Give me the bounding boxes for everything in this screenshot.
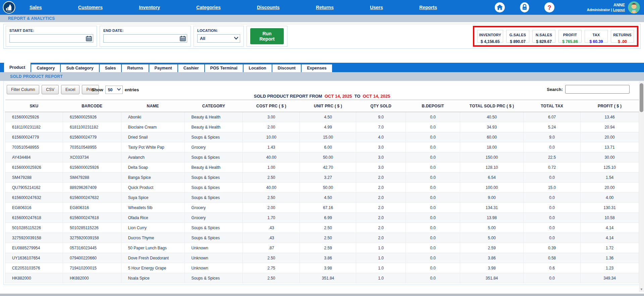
- cell-qty-sold: 4.0: [356, 132, 406, 142]
- table-row[interactable]: 3275920039158 3275920039158 Ducros Thyme…: [5, 233, 639, 243]
- calendar-icon[interactable]: [86, 36, 92, 41]
- summary-card: INVENTORY $ 4,156.65: [477, 30, 503, 43]
- cell-total-tax: 6.07: [524, 112, 581, 122]
- cell-total-sold: 13.98: [460, 213, 524, 223]
- export-button[interactable]: Excel: [61, 85, 79, 94]
- tab[interactable]: Discount: [272, 64, 301, 72]
- table-row[interactable]: EG806316 EG806316 Wheatlets 5lb Grocery …: [5, 203, 639, 213]
- avatar[interactable]: [628, 1, 640, 13]
- table-row[interactable]: 615600024779 615600024779 Dried Snail So…: [5, 132, 639, 142]
- tab[interactable]: Product: [4, 63, 31, 72]
- tab[interactable]: Sub Category: [61, 64, 99, 72]
- page-size-select[interactable]: 50: [105, 86, 123, 94]
- cell-profit: 4.00: [581, 193, 639, 203]
- table-row[interactable]: 6156000247618 6156000247618 Ofada Rice G…: [5, 213, 639, 223]
- cell-barcode: 889296267409: [63, 183, 121, 193]
- table-row[interactable]: SM479288 SM479288 Banga Spice Soups & Sp…: [5, 172, 639, 183]
- tab[interactable]: Payment: [149, 64, 177, 72]
- summary-card-value: $ 829.67: [534, 39, 553, 44]
- table-row[interactable]: HK882000 HK882000 Nsala Spice Soups & Sp…: [5, 273, 639, 283]
- cell-barcode: 615600024779: [63, 132, 121, 142]
- help-icon[interactable]: ?: [544, 2, 554, 12]
- cell-cost-price: 1.00: [243, 162, 300, 172]
- table-row[interactable]: 6156000247632 6156000247632 Suya Spice S…: [5, 193, 639, 203]
- table-row[interactable]: 5010285115226 5010285115226 Lion Curry S…: [5, 223, 639, 233]
- table-row[interactable]: 6156000025926 6156000025926 Delta Soap B…: [5, 162, 639, 172]
- cell-sku: 6156000247632: [5, 193, 63, 203]
- table-row[interactable]: EU0885279954 057316023445 50 Paper Lunch…: [5, 243, 639, 253]
- logout-link[interactable]: Logout: [613, 8, 625, 12]
- calendar-icon[interactable]: [180, 36, 186, 41]
- column-header[interactable]: B.DEPOSIT: [406, 100, 460, 112]
- nav-link[interactable]: Customers: [78, 5, 103, 10]
- column-header[interactable]: TOTAL SOLD PRC ( $ ): [460, 100, 524, 112]
- table-row[interactable]: QU7905214162 889296267409 Quick Product …: [5, 183, 639, 193]
- tab[interactable]: Expenses: [302, 64, 332, 72]
- end-date-input[interactable]: [103, 34, 187, 43]
- cell-profit: 1.23: [581, 263, 639, 273]
- cell-category: Unknown: [184, 243, 243, 253]
- column-header[interactable]: CATEGORY: [184, 100, 243, 112]
- tab[interactable]: Returns: [122, 64, 148, 72]
- cell-total-sold: 150.00: [460, 152, 524, 162]
- cell-name: Delta Soap: [121, 162, 184, 172]
- column-header[interactable]: PROFIT ( $ ): [581, 100, 639, 112]
- column-header[interactable]: TOTAL TAX: [524, 100, 581, 112]
- user-role: Administrator: [587, 8, 610, 12]
- export-button[interactable]: CSV: [42, 85, 59, 94]
- tab[interactable]: Sales: [100, 64, 121, 72]
- summary-card-label: RETURNS: [613, 33, 632, 37]
- cell-category: Grocery: [184, 203, 243, 213]
- export-button[interactable]: Filter Column: [7, 85, 39, 94]
- cell-cost-price: .43: [243, 223, 300, 233]
- cell-category: Soups & Spices: [184, 172, 243, 183]
- table-row[interactable]: CE2053103576 719410200015 5 Hour Energy …: [5, 263, 639, 273]
- tab[interactable]: Cashier: [178, 64, 204, 72]
- table-row[interactable]: AY434484 XC033734 Avalanch Soups & Spice…: [5, 152, 639, 162]
- cell-category: Beauty & Health: [184, 162, 243, 172]
- tab[interactable]: POS Terminal: [205, 64, 243, 72]
- cell-unit-price: 4.99: [300, 122, 356, 132]
- nav-link[interactable]: Reports: [419, 5, 437, 10]
- cell-bdeposit: 0.0: [406, 183, 460, 193]
- nav-link[interactable]: Returns: [316, 5, 334, 10]
- column-header[interactable]: SKU: [5, 100, 63, 112]
- table-row[interactable]: 615600025926 615600025926 Aboniki Beauty…: [5, 112, 639, 122]
- column-header[interactable]: QTY SOLD: [356, 100, 406, 112]
- cell-barcode: 057316023445: [63, 243, 121, 253]
- cell-qty-sold: 1.0: [356, 263, 406, 273]
- start-date-input[interactable]: [9, 34, 93, 43]
- location-select[interactable]: All: [197, 34, 240, 43]
- search-input[interactable]: [565, 85, 630, 94]
- run-report-button[interactable]: Run Report: [250, 28, 284, 44]
- scrollbar-thumb[interactable]: [640, 83, 643, 112]
- scroll-down-icon[interactable]: ▼: [640, 287, 643, 291]
- table-row[interactable]: 6181100231182 6181100231182 Bioclaire Cr…: [5, 122, 639, 132]
- cell-bdeposit: 0.0: [406, 112, 460, 122]
- table-row[interactable]: UY1636107654 079400220660 Dove Fresh Deo…: [5, 253, 639, 263]
- main-nav: SalesCustomersInventoryCategoriesDiscoun…: [30, 5, 437, 10]
- nav-link[interactable]: Inventory: [139, 5, 160, 10]
- nav-link[interactable]: Users: [370, 5, 383, 10]
- lock-icon[interactable]: [520, 2, 530, 12]
- cell-qty-sold: 2.0: [356, 233, 406, 243]
- home-icon[interactable]: [495, 2, 505, 12]
- cell-name: Aboniki: [121, 112, 184, 122]
- cell-barcode: 719410200015: [63, 263, 121, 273]
- column-header[interactable]: NAME: [121, 100, 184, 112]
- column-header[interactable]: UNIT PRC ( $ ): [300, 100, 356, 112]
- tab[interactable]: Location: [244, 64, 272, 72]
- cell-sku: 6156000247618: [5, 213, 63, 223]
- logo[interactable]: [3, 1, 15, 14]
- cell-category: Beauty & Health: [184, 112, 243, 122]
- nav-link[interactable]: Sales: [30, 5, 42, 10]
- nav-link[interactable]: Categories: [196, 5, 220, 10]
- tab[interactable]: Category: [31, 64, 60, 72]
- bottom-strip: [0, 294, 644, 296]
- column-header[interactable]: BARCODE: [63, 100, 121, 112]
- user-info: ANNE Administrator | Logout: [587, 3, 625, 12]
- vertical-scrollbar[interactable]: ▼: [639, 81, 644, 292]
- nav-link[interactable]: Discounts: [257, 5, 280, 10]
- table-row[interactable]: 703510548955 703510548955 Tasty Pot Whit…: [5, 142, 639, 152]
- column-header[interactable]: COST PRC ( $ ): [243, 100, 300, 112]
